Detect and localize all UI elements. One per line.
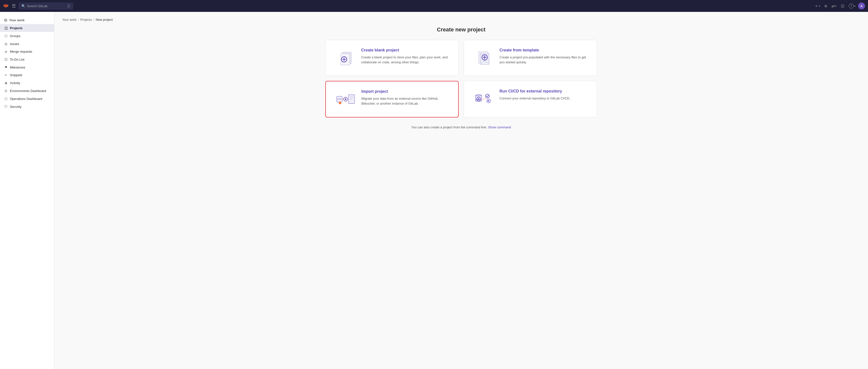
svg-point-26 xyxy=(485,94,489,98)
sidebar-item-activity[interactable]: ◈ Activity xyxy=(0,79,54,87)
create-new-button[interactable]: ＋ ▾ xyxy=(813,2,822,10)
mr-dropdown-arrow: ▾ xyxy=(835,5,836,7)
plus-icon: ＋ xyxy=(814,3,818,9)
blank-project-icon xyxy=(336,48,355,68)
page-title: Create new project xyxy=(62,26,860,33)
sidebar-label-milestones: Milestones xyxy=(10,65,25,69)
todo-button[interactable]: ☑ xyxy=(839,3,846,9)
sidebar-item-operations[interactable]: ⬡ Operations Dashboard xyxy=(0,95,54,103)
help-button[interactable]: ? ▾ xyxy=(847,2,857,9)
breadcrumb: Your work / Projects / New project xyxy=(62,18,860,22)
svg-point-22 xyxy=(475,100,482,102)
page-layout: ⊙ Your work ◫ Projects ⬡ Groups ◎ Issues… xyxy=(0,12,868,369)
avatar-initials: A xyxy=(860,4,863,8)
merge-requests-button[interactable]: ⇄ ▾ xyxy=(830,3,838,9)
template-project-icon xyxy=(474,48,494,68)
sidebar-item-environments[interactable]: ⊙ Environments Dashboard xyxy=(0,87,54,95)
sidebar-item-groups[interactable]: ⬡ Groups xyxy=(0,32,54,40)
your-work-icon: ⊙ xyxy=(4,18,7,23)
search-icon: 🔍 xyxy=(22,4,26,8)
svg-text:</>: </> xyxy=(337,98,342,101)
topnav-action-icons: ＋ ▾ ⧉ ⇄ ▾ ☑ ? ▾ A xyxy=(813,2,865,10)
breadcrumb-sep-2: / xyxy=(93,18,94,22)
template-project-card[interactable]: Create from template Create a project pr… xyxy=(464,40,597,76)
import-project-card[interactable]: </> Import project xyxy=(325,81,459,117)
svg-rect-12 xyxy=(348,95,355,104)
help-dropdown-arrow: ▾ xyxy=(854,5,856,7)
sidebar-label-projects: Projects xyxy=(10,26,23,30)
sidebar-item-todo[interactable]: ☑ To-Do List xyxy=(0,55,54,63)
sidebar-label-merge-requests: Merge requests xyxy=(10,50,32,53)
sidebar-item-milestones[interactable]: ⚑ Milestones xyxy=(0,63,54,71)
milestones-icon: ⚑ xyxy=(4,65,8,69)
sidebar-label-environments: Environments Dashboard xyxy=(10,89,46,93)
sidebar-label-activity: Activity xyxy=(10,81,20,85)
snippets-icon: ✂ xyxy=(4,74,8,77)
gitlab-logo[interactable] xyxy=(3,2,9,10)
sidebar-label-security: Security xyxy=(10,105,22,109)
breadcrumb-your-work[interactable]: Your work xyxy=(62,18,76,22)
sidebar-label-todo: To-Do List xyxy=(10,58,25,61)
operations-icon: ⬡ xyxy=(4,97,8,101)
security-icon: 🛡 xyxy=(4,105,8,109)
svg-point-19 xyxy=(339,102,341,104)
cicd-project-title: Run CI/CD for external repository xyxy=(499,89,589,93)
merge-request-icon: ⇄ xyxy=(832,4,835,8)
import-project-text: Import project Migrate your data from an… xyxy=(361,89,450,106)
blank-project-text: Create blank project Create a blank proj… xyxy=(361,48,451,64)
global-search[interactable]: 🔍 Search GitLab / xyxy=(19,3,73,9)
sidebar-item-projects[interactable]: ◫ Projects xyxy=(0,24,54,32)
sidebar-label-groups: Groups xyxy=(10,34,21,38)
todo-icon: ☑ xyxy=(841,4,844,8)
sidebar-label-snippets: Snippets xyxy=(10,73,23,77)
template-project-desc: Create a project pre-populated with the … xyxy=(499,55,589,64)
cicd-project-card[interactable]: Run CI/CD for external repository Connec… xyxy=(464,81,597,117)
environments-icon: ⊙ xyxy=(4,89,8,93)
sidebar-label-operations: Operations Dashboard xyxy=(10,97,42,101)
import-project-icon: </> xyxy=(336,89,355,109)
search-shortcut: / xyxy=(67,4,70,8)
groups-icon: ⬡ xyxy=(4,34,8,38)
footer-note: You can also create a project from the c… xyxy=(62,125,860,129)
user-avatar[interactable]: A xyxy=(858,2,865,9)
sidebar-item-merge-requests[interactable]: ⇄ Merge requests xyxy=(0,48,54,55)
blank-project-card[interactable]: Create blank project Create a blank proj… xyxy=(325,40,459,76)
issues-icon: ◎ xyxy=(4,42,8,46)
cicd-project-text: Run CI/CD for external repository Connec… xyxy=(499,89,589,101)
sidebar-item-snippets[interactable]: ✂ Snippets xyxy=(0,71,54,79)
breadcrumb-projects[interactable]: Projects xyxy=(80,18,92,22)
cicd-project-icon xyxy=(474,89,494,109)
cicd-project-desc: Connect your external repository to GitL… xyxy=(499,96,589,101)
project-type-cards: Create blank project Create a blank proj… xyxy=(325,40,597,117)
create-dropdown-arrow: ▾ xyxy=(819,5,820,7)
import-project-desc: Migrate your data from an external sourc… xyxy=(361,96,450,106)
breadcrumb-current: New project xyxy=(96,18,113,22)
todo-list-icon: ☑ xyxy=(4,57,8,61)
breadcrumb-sep-1: / xyxy=(78,18,79,22)
activity-icon: ◈ xyxy=(4,81,8,85)
sidebar-section-title: ⊙ Your work xyxy=(0,16,54,24)
import-project-title: Import project xyxy=(361,89,450,94)
main-content: Your work / Projects / New project Creat… xyxy=(54,12,868,369)
blank-project-desc: Create a blank project to store your fil… xyxy=(361,55,451,64)
help-icon: ? xyxy=(849,3,854,8)
merge-requests-icon: ⇄ xyxy=(4,50,8,53)
code-review-icon: ⧉ xyxy=(825,4,827,8)
blank-project-title: Create blank project xyxy=(361,48,451,52)
sidebar-item-security[interactable]: 🛡 Security xyxy=(0,103,54,111)
svg-marker-18 xyxy=(345,98,346,101)
sidebar-item-issues[interactable]: ◎ Issues xyxy=(0,40,54,48)
sidebar: ⊙ Your work ◫ Projects ⬡ Groups ◎ Issues… xyxy=(0,12,54,369)
sidebar-label-issues: Issues xyxy=(10,42,19,46)
search-label: Search GitLab xyxy=(27,4,48,8)
show-command-link[interactable]: Show command xyxy=(488,125,511,129)
template-project-title: Create from template xyxy=(499,48,589,52)
code-review-button[interactable]: ⧉ xyxy=(823,3,829,9)
template-project-text: Create from template Create a project pr… xyxy=(499,48,589,64)
projects-icon: ◫ xyxy=(4,26,8,30)
top-navigation: ☰ 🔍 Search GitLab / ＋ ▾ ⧉ ⇄ ▾ ☑ ? ▾ A xyxy=(0,0,868,12)
hamburger-menu-icon[interactable]: ☰ xyxy=(12,3,16,9)
